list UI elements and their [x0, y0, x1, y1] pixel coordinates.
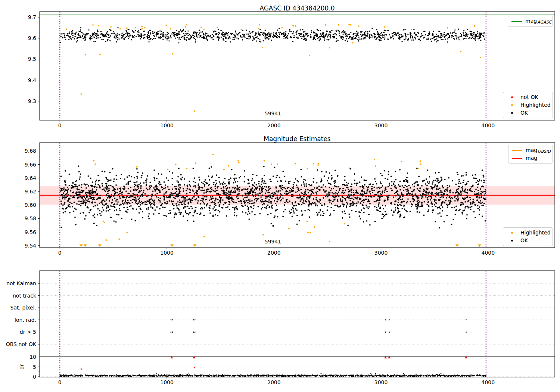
plot3-dr-axis-title: dr [19, 364, 25, 370]
plot1-obs-window-lines [60, 12, 486, 120]
tick-label: 9.4 [28, 77, 36, 83]
highlighted-dot [511, 232, 513, 234]
tick-label: 3000 [374, 379, 388, 385]
ok-dot [511, 112, 513, 114]
legend-line-swatch [512, 158, 522, 159]
tick-label: 9.62 [25, 189, 36, 195]
tick-label: 2000 [267, 379, 281, 385]
tick-label: 9.66 [25, 162, 36, 168]
tick-label: 10 [29, 354, 36, 360]
plot3-flag-points [170, 319, 467, 333]
plot2-y-axis: 9.689.669.649.629.609.589.569.54 [25, 148, 40, 248]
legend-label: OK [520, 110, 528, 116]
legend-item: mag [512, 155, 549, 161]
legend-point-types-plot2: Highlighted OK [503, 227, 553, 246]
plot1-points-ok [60, 27, 485, 44]
legend-label: mag [526, 155, 537, 161]
orange-line-swatch [512, 150, 522, 151]
obsid-label-plot1: 59941 [265, 111, 281, 116]
tick-label: 0 [58, 122, 62, 128]
tick-label: 9.64 [25, 175, 36, 181]
tick-label: 9.56 [25, 229, 36, 235]
tick-label: 2000 [267, 122, 281, 128]
tick-label: 4000 [481, 122, 495, 128]
green-line-swatch [511, 21, 522, 22]
tick-label: 9.3 [28, 98, 36, 104]
plot2-title: Magnitude Estimates [264, 135, 330, 143]
tick-label: 1000 [160, 250, 174, 256]
legend-line-swatch [511, 21, 522, 22]
plot2-clipped-low-markers [80, 245, 481, 247]
dr-axis-label: dr [19, 364, 25, 370]
tick-label: dr > 5 [20, 329, 36, 335]
tick-label: 3000 [374, 122, 388, 128]
plot3-gridlines [40, 283, 555, 377]
tick-label: 3000 [374, 250, 388, 256]
tick-label: 5 [33, 364, 36, 370]
plot2-points-ok [60, 165, 486, 228]
legend-label: not OK [520, 94, 538, 100]
highlighted-dot [511, 104, 513, 106]
tick-label: Ion. rad. [15, 317, 36, 323]
obsid-label-plot2: 59941 [265, 239, 281, 245]
plot2-x-axis: 01000200030004000 [58, 248, 495, 256]
red-line-swatch [512, 158, 522, 159]
legend-mag-agasc: mag AGASC [508, 16, 553, 27]
tick-label: not Kalman [6, 280, 36, 286]
ok-dot [511, 240, 513, 242]
legend-label: mag [525, 18, 537, 24]
legend-dot-swatch [507, 96, 517, 98]
plot3-dr-points-ok-extra [156, 373, 442, 374]
legend-item: mag OBSID [512, 147, 549, 153]
legend-item: Highlighted [507, 230, 549, 236]
plot1-x-axis: 01000200030004000 [58, 120, 495, 128]
legend-point-types-plot1: not OK Highlighted OK [503, 92, 553, 118]
tick-label: 9.6 [28, 35, 36, 41]
legend-item: mag AGASC [511, 18, 549, 24]
tick-label: 9.7 [28, 14, 36, 20]
tick-label: 0 [58, 379, 62, 385]
tick-label: 4000 [481, 250, 495, 256]
not-ok-dot [511, 96, 513, 98]
plot1-spines [40, 12, 555, 120]
tick-label: 0 [58, 250, 62, 256]
tick-label: 9.58 [25, 215, 36, 221]
legend-item: Highlighted [507, 102, 549, 108]
tick-label: 0 [33, 374, 36, 380]
legend-item: not OK [507, 94, 549, 100]
plot3-dr-points-not-ok [81, 356, 467, 370]
tick-label: 1000 [160, 379, 174, 385]
legend-label: OK [520, 238, 528, 243]
tick-label: Sat. pixel. [10, 305, 36, 311]
tick-label: not track [13, 293, 37, 299]
legend-mag-lines-plot2: mag OBSID mag [508, 145, 553, 164]
legend-label: Highlighted [520, 102, 551, 108]
legend-label: Highlighted [520, 230, 551, 236]
plot3-obs-window-lines [60, 271, 486, 377]
plot3-spines [40, 271, 555, 377]
legend-label-subscript: OBSID [538, 149, 551, 154]
legend-item: OK [507, 238, 549, 243]
figure-root: 9.79.69.59.49.3010002000300040009.689.66… [0, 0, 560, 392]
legend-dot-swatch [507, 232, 517, 234]
legend-item: OK [507, 110, 549, 116]
plot1-title: AGASC ID 434384200.0 [259, 4, 335, 12]
tick-label: 1000 [160, 122, 174, 128]
tick-label: 9.68 [25, 148, 36, 154]
tick-label: OBS not OK [6, 341, 37, 347]
legend-line-swatch [512, 150, 522, 151]
plot3-x-axis: 01000200030004000 [58, 377, 495, 385]
plot1-y-axis: 9.79.69.59.49.3 [28, 14, 40, 104]
legend-label: mag [526, 147, 537, 153]
legend-dot-swatch [507, 112, 517, 114]
tick-label: 9.54 [25, 243, 36, 249]
tick-label: 4000 [481, 379, 495, 385]
legend-label-subscript: AGASC [537, 19, 551, 25]
plot-canvas: 9.79.69.59.49.3010002000300040009.689.66… [0, 0, 560, 392]
legend-dot-swatch [507, 240, 517, 242]
tick-label: 9.60 [25, 202, 36, 208]
legend-dot-swatch [507, 104, 517, 106]
tick-label: 9.5 [28, 56, 36, 62]
tick-label: 2000 [267, 250, 281, 256]
